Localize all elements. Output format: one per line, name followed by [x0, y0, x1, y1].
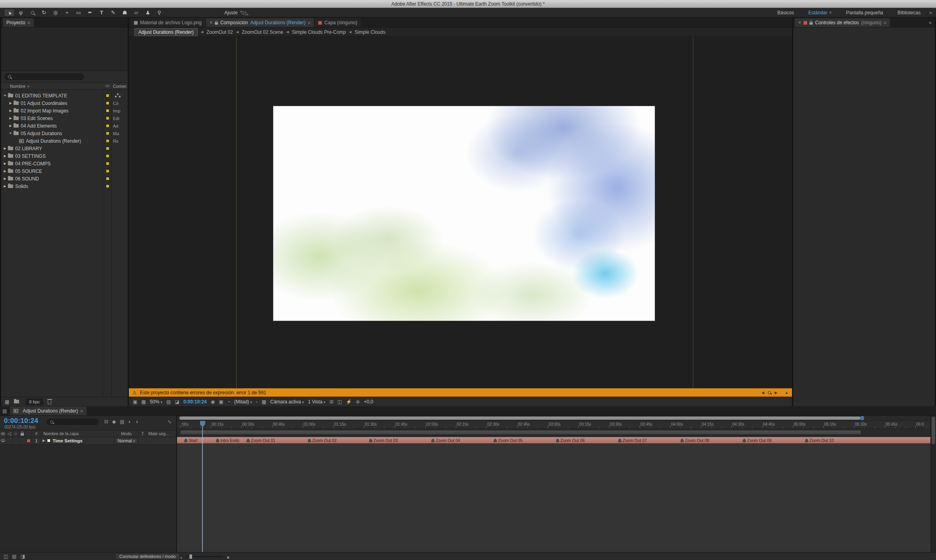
label-color-swatch[interactable] [106, 154, 109, 158]
t-column-header[interactable]: T [139, 430, 147, 437]
label-color-swatch[interactable] [106, 184, 109, 188]
layer-marker[interactable]: Zoom Out 08 [681, 438, 709, 443]
always-preview-icon[interactable] [133, 399, 137, 404]
mode-column-header[interactable]: Modo [114, 430, 139, 437]
project-tree-row[interactable]: ▶ 06 SOUND [1, 175, 128, 182]
label-color-swatch[interactable] [106, 162, 109, 165]
transparency-grid-icon[interactable] [262, 399, 266, 404]
timeline-layer-row[interactable]: 1 ▶ Time Settings Normal [0, 437, 176, 444]
twirl-icon[interactable]: ▶ [8, 124, 13, 128]
project-tree-row[interactable]: ▶ 04 PRE-COMPS [1, 160, 128, 167]
breadcrumb-item[interactable]: ZoomOut 02 [206, 29, 233, 35]
project-tree-row[interactable]: ▶ 05 SOURCE [1, 167, 128, 175]
main-flow-icon[interactable] [141, 399, 146, 404]
twirl-icon[interactable]: ▶ [8, 101, 13, 105]
layer-marker[interactable]: Zoom Out 09 [743, 438, 771, 443]
snap-option-icon[interactable] [240, 10, 243, 15]
prev-error-icon[interactable]: ◀ [761, 391, 764, 395]
project-tree-row[interactable]: ▶ 03 Edit Scenes Edi [1, 114, 128, 122]
cti-line[interactable] [202, 421, 203, 552]
snapshot-icon[interactable] [211, 399, 215, 404]
layer-marker[interactable]: Zoom Out 03 [369, 438, 398, 443]
label-color-swatch[interactable] [106, 116, 109, 120]
twirl-icon[interactable]: ▶ [3, 169, 7, 173]
motion-blur-icon[interactable] [135, 419, 138, 424]
navigator-end-handle[interactable] [860, 416, 864, 420]
preview-timecode[interactable]: 0:00:10:24 [183, 399, 207, 405]
choose-grid-icon[interactable] [166, 399, 171, 404]
layer-twirl-icon[interactable]: ▶ [43, 439, 45, 442]
bit-depth-button[interactable]: 8 bpc [26, 399, 43, 405]
expression-warning-bar[interactable]: ⚠ Este proyecto contiene errores de expr… [129, 388, 792, 397]
twirl-icon[interactable]: ▶ [8, 116, 13, 120]
toggle-mask-icon[interactable] [175, 399, 179, 404]
workspace-básicos[interactable]: Básicos ≡ [777, 10, 794, 16]
layer-color-swatch[interactable] [27, 439, 31, 443]
clone-stamp-tool[interactable]: ☗ [119, 9, 130, 17]
graph-editor-icon[interactable] [167, 419, 171, 424]
twirl-icon[interactable]: ▶ [3, 147, 7, 150]
close-icon[interactable]: × [798, 20, 801, 25]
twirl-icon[interactable]: ▼ [8, 132, 13, 135]
composition-image[interactable] [273, 106, 655, 321]
pan-behind-tool[interactable]: + [62, 9, 72, 17]
composition-mini-flowchart-icon[interactable] [104, 419, 108, 424]
layer-marker[interactable]: Zoom Out 06 [556, 438, 585, 443]
timeline-search-input[interactable] [47, 419, 99, 425]
snap-label[interactable]: Ajuste [224, 10, 237, 16]
eraser-tool[interactable]: ▱ [131, 9, 142, 17]
frame-blending-icon[interactable] [128, 419, 131, 424]
selection-tool[interactable]: ▲ [4, 9, 15, 17]
twirl-icon[interactable]: ▶ [3, 184, 7, 188]
timeline-zoom-slider[interactable] [185, 556, 223, 557]
t-switch-cell[interactable] [139, 437, 147, 444]
lock-toggle-cell[interactable] [19, 437, 25, 444]
composition-stage[interactable]: ⚠ Este proyecto contiene errores de expr… [129, 37, 792, 397]
breadcrumb-item[interactable]: Simple Clouds Pre-Comp [292, 29, 346, 35]
twirl-icon[interactable]: ▶ [8, 109, 13, 112]
tab-layer[interactable]: Capa (ninguno) [315, 18, 361, 27]
toolbar-overflow-icon[interactable]: » [929, 10, 932, 16]
magnification-dropdown[interactable]: 50% [150, 399, 163, 405]
tab-effect-controls[interactable]: × Controles de efectos (ninguno) ≡ [795, 18, 890, 27]
layer-marker[interactable]: Zoom Out 01 [247, 438, 275, 443]
expand-inout-icon[interactable] [21, 554, 25, 559]
view-count-dropdown[interactable]: 1 Vista [308, 399, 325, 405]
panel-menu-icon[interactable]: ≡ [884, 20, 886, 25]
panel-overflow-icon[interactable]: » [929, 20, 933, 27]
label-color-swatch[interactable] [106, 124, 109, 128]
exposure-offset[interactable]: +0,0 [364, 399, 374, 405]
tab-footage[interactable]: Material de archivo Logo.png [130, 18, 205, 27]
audio-toggle-cell[interactable] [6, 437, 13, 444]
matte-column-header[interactable]: Mate seg... [147, 430, 176, 437]
tab-project[interactable]: Proyecto ≡ [3, 18, 34, 27]
project-tree-row[interactable]: ▶ 03 SETTINGS [1, 152, 128, 160]
zoom-tool[interactable] [27, 9, 38, 17]
roto-brush-tool[interactable]: ♟ [142, 9, 153, 17]
tab-timeline-composition[interactable]: Adjust Durations (Render) ≡ [10, 407, 86, 415]
label-color-swatch[interactable] [106, 147, 109, 150]
hide-shy-layers-icon[interactable] [120, 419, 124, 424]
camera-dropdown[interactable]: Cámara activa [270, 399, 304, 405]
project-tree-row[interactable]: ▼ 05 Adjust Durations Ma [1, 130, 128, 137]
panel-menu-icon[interactable]: ≡ [27, 20, 30, 25]
project-column-header[interactable]: Nombre ▴ Comen [1, 82, 128, 90]
layer-name[interactable]: Time Settings [53, 438, 82, 443]
project-tree-row[interactable]: ▼ 01 EDITING TEMPLATE [1, 92, 128, 99]
next-error-icon[interactable]: ▶ [774, 391, 777, 395]
layer-marker[interactable]: Zoom Out 04 [431, 438, 460, 443]
type-tool[interactable]: T [96, 9, 107, 17]
panel-menu-icon[interactable]: ≡ [308, 20, 310, 25]
project-tree-row[interactable]: ▶ Solids [1, 182, 128, 190]
solo-toggle-cell[interactable] [13, 437, 19, 444]
project-tree-row[interactable]: ▶ 04 Add Elements Ad [1, 122, 128, 130]
lock-icon[interactable] [810, 22, 813, 25]
toggle-switches-modes-button[interactable]: Conmutar definidores / modo [115, 553, 180, 560]
collapse-warning-icon[interactable]: ▲ [785, 391, 788, 395]
label-color-swatch[interactable] [106, 109, 109, 112]
time-navigator[interactable] [177, 416, 930, 421]
expand-layer-switches-icon[interactable] [4, 554, 8, 559]
brush-tool[interactable]: ✎ [108, 9, 119, 17]
layer-bar[interactable]: Start Intro Ends Zoom Out 01 Zoom Out 02… [177, 437, 930, 444]
twirl-icon[interactable]: ▶ [3, 154, 7, 158]
